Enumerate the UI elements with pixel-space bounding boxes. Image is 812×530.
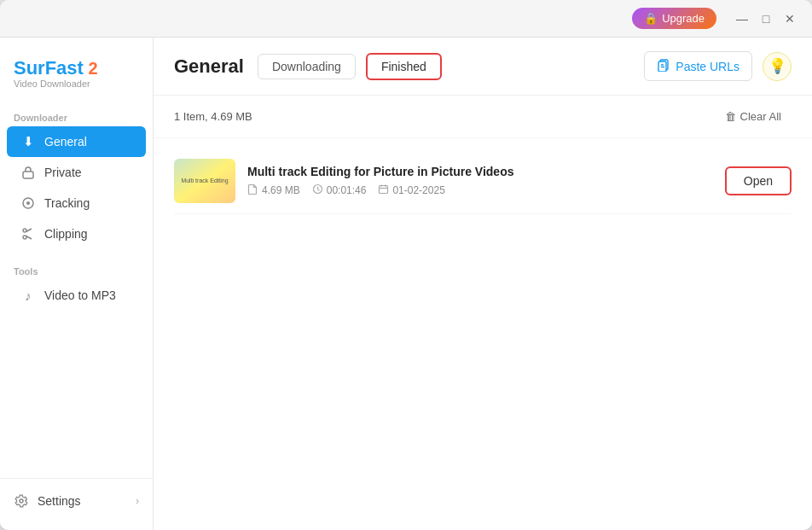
content-area: SurFast 2 Video Downloader Downloader ⬇ … — [0, 38, 812, 530]
tab-downloading-label: Downloading — [272, 60, 341, 73]
trash-icon: 🗑 — [725, 110, 736, 123]
sidebar-item-general[interactable]: ⬇ General — [7, 126, 146, 157]
paste-urls-button[interactable]: Paste URLs — [644, 51, 752, 81]
sidebar-video-to-mp3-label: Video to MP3 — [44, 288, 116, 302]
sidebar-item-private[interactable]: Private — [0, 157, 153, 188]
upgrade-label: Upgrade — [662, 12, 705, 25]
sidebar-tracking-label: Tracking — [44, 196, 90, 210]
header-right: Paste URLs 💡 — [644, 51, 792, 81]
app-name: SurFast 2 — [14, 58, 139, 79]
paste-icon — [657, 58, 670, 74]
sidebar: SurFast 2 Video Downloader Downloader ⬇ … — [0, 38, 154, 530]
sidebar-private-label: Private — [44, 166, 82, 179]
svg-rect-10 — [380, 186, 388, 194]
clear-all-label: Clear All — [740, 110, 781, 123]
file-size: 4.69 MB — [262, 184, 300, 196]
duration-meta: 00:01:46 — [312, 183, 367, 197]
item-meta: 4.69 MB 00:01:46 — [247, 183, 713, 197]
tab-downloading[interactable]: Downloading — [258, 54, 356, 79]
table-row: Multi track Editing Multi track Editing … — [174, 149, 792, 214]
file-icon — [247, 183, 258, 197]
stats-text: 1 Item, 4.69 MB — [174, 110, 252, 123]
clock-icon — [312, 183, 323, 197]
tracking-icon — [20, 195, 36, 211]
close-button[interactable]: ✕ — [778, 7, 802, 31]
theme-toggle-button[interactable]: 💡 — [763, 52, 792, 81]
settings-icon — [14, 493, 29, 509]
app-window: 🔒 Upgrade — □ ✕ SurFast 2 Video Download… — [0, 0, 812, 530]
sidebar-item-tracking[interactable]: Tracking — [0, 188, 153, 218]
app-logo: SurFast 2 Video Downloader — [0, 51, 153, 106]
general-icon: ⬇ — [20, 134, 36, 149]
titlebar: 🔒 Upgrade — □ ✕ — [0, 0, 812, 38]
open-button[interactable]: Open — [725, 166, 792, 195]
app-subtitle: Video Downloader — [14, 79, 139, 89]
clipping-icon — [20, 226, 36, 242]
lock-icon: 🔒 — [644, 12, 658, 25]
calendar-icon — [378, 183, 389, 197]
page-title: General — [174, 55, 244, 78]
video-thumbnail: Multi track Editing — [174, 159, 235, 203]
stats-bar: 1 Item, 4.69 MB 🗑 Clear All — [154, 96, 812, 138]
downloader-section-label: Downloader — [0, 106, 153, 126]
music-icon: ♪ — [20, 288, 36, 303]
chevron-right-icon: › — [136, 495, 139, 507]
main-header: General Downloading Finished — [154, 38, 812, 96]
main-content: General Downloading Finished — [154, 38, 812, 530]
svg-point-3 — [23, 229, 26, 232]
download-list: Multi track Editing Multi track Editing … — [154, 138, 812, 530]
minimize-button[interactable]: — — [730, 7, 754, 31]
settings-label: Settings — [38, 494, 81, 508]
download-date: 01-02-2025 — [392, 184, 444, 196]
sidebar-item-video-to-mp3[interactable]: ♪ Video to MP3 — [0, 280, 153, 311]
file-size-meta: 4.69 MB — [247, 183, 300, 197]
maximize-button[interactable]: □ — [754, 7, 778, 31]
open-label: Open — [744, 174, 773, 188]
sidebar-clipping-label: Clipping — [44, 227, 88, 241]
close-icon: ✕ — [785, 12, 795, 26]
item-info: Multi track Editing for Picture in Pictu… — [247, 165, 713, 197]
sidebar-bottom: Settings › — [0, 478, 153, 516]
item-title: Multi track Editing for Picture in Pictu… — [247, 165, 713, 178]
sidebar-general-label: General — [44, 135, 87, 149]
svg-rect-0 — [23, 172, 33, 178]
tab-finished[interactable]: Finished — [366, 53, 442, 80]
paste-urls-label: Paste URLs — [676, 60, 740, 73]
tools-section-label: Tools — [0, 259, 153, 280]
minimize-icon: — — [736, 12, 748, 26]
maximize-icon: □ — [763, 12, 769, 26]
sidebar-item-settings[interactable]: Settings › — [0, 486, 153, 516]
date-meta: 01-02-2025 — [378, 183, 444, 197]
private-icon — [20, 165, 36, 180]
duration: 00:01:46 — [327, 184, 367, 196]
svg-point-2 — [26, 201, 30, 205]
sidebar-item-clipping[interactable]: Clipping — [0, 218, 153, 249]
tab-finished-label: Finished — [381, 60, 426, 73]
svg-point-4 — [23, 236, 26, 239]
upgrade-button[interactable]: 🔒 Upgrade — [632, 8, 716, 29]
clear-all-button[interactable]: 🗑 Clear All — [715, 106, 792, 127]
theme-icon: 💡 — [768, 57, 786, 75]
